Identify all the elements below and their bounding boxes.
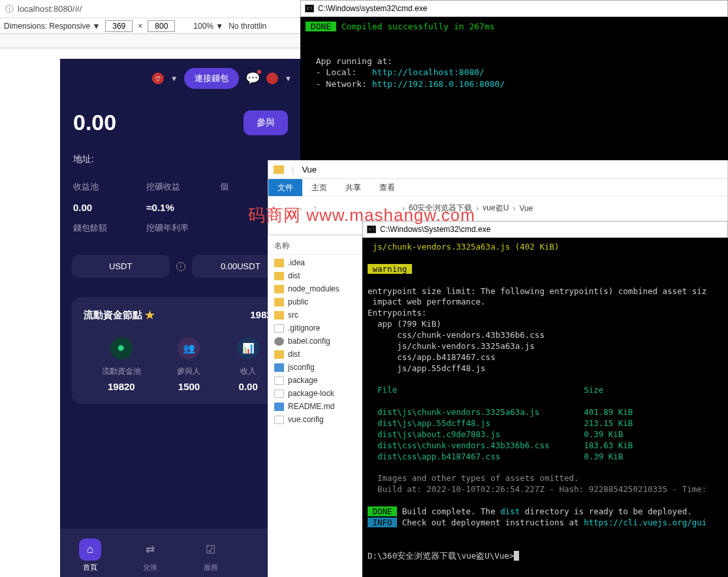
file-icon — [274, 389, 284, 398]
home-icon: ⌂ — [79, 538, 101, 561]
chat-icon[interactable]: 💬 — [245, 71, 260, 86]
cmd-icon: c:\ — [367, 225, 376, 233]
forward-icon[interactable]: → — [292, 203, 306, 214]
join-button[interactable]: 參與 — [244, 110, 288, 135]
file-icon — [274, 324, 284, 333]
folder-icon — [274, 311, 284, 320]
file-item[interactable]: vue.config — [268, 413, 362, 426]
name-column-header[interactable]: 名称 — [268, 238, 362, 255]
height-input[interactable] — [148, 20, 175, 32]
tab-home[interactable]: 主页 — [302, 179, 336, 196]
file-tree: 名称 .ideadistnode_modulespublicsrc.gitign… — [268, 235, 362, 577]
explorer-title-bar[interactable]: | Vue — [268, 161, 727, 179]
zoom-dropdown[interactable]: 100% ▼ — [193, 22, 223, 31]
breadcrumb[interactable]: ← → ↑ › 60安全浏览器下载› vue盗U› Vue — [268, 196, 727, 220]
file-item[interactable]: README.md — [268, 400, 362, 413]
tron-icon[interactable]: ▽ — [152, 73, 164, 84]
mobile-preview: ▽ ▼ 連接錢包 💬 ▼ 0.00 參與 地址: 收益池0.00 挖礦收益≈0.… — [60, 59, 301, 577]
file-item[interactable]: package — [268, 374, 362, 387]
blue-icon — [274, 403, 284, 411]
throttle-dropdown[interactable]: No throttlin — [229, 22, 266, 31]
file-icon — [274, 416, 284, 424]
file-item[interactable]: .idea — [268, 256, 362, 269]
ruler — [0, 34, 300, 48]
file-item[interactable]: src — [268, 308, 362, 321]
apr-label: 挖礦年利率 — [146, 222, 214, 234]
tab-share[interactable]: 共享 — [336, 179, 370, 196]
bottom-nav: ⌂首頁 ⇄兌換 ☑服務 — [60, 529, 301, 577]
chevron-down-icon[interactable]: ▼ — [285, 74, 292, 82]
up-icon[interactable]: ↑ — [310, 203, 320, 214]
terminal-title-bar[interactable]: c:\C:\Windows\System32\cmd.exe — [362, 221, 728, 238]
folder-icon — [274, 298, 284, 306]
pool-value: 0.00 — [73, 202, 141, 213]
nav-swap[interactable]: ⇄兌換 — [139, 538, 161, 572]
folder-icon — [274, 259, 284, 267]
address-label: 地址: — [60, 148, 301, 171]
ribbon-tabs: 文件 主页 共享 查看 — [268, 179, 727, 196]
file-item[interactable]: babel.config — [268, 335, 362, 348]
dimensions-dropdown[interactable]: Dimensions: Responsive ▼ — [4, 22, 100, 31]
folder-icon — [274, 272, 284, 280]
back-icon[interactable]: ← — [274, 203, 288, 214]
wallet-balance-label: 錢包餘額 — [73, 222, 141, 234]
mining-label: 挖礦收益 — [146, 181, 214, 193]
star-icon: ★ — [145, 309, 155, 320]
tab-view[interactable]: 查看 — [370, 179, 404, 196]
tab-file[interactable]: 文件 — [268, 179, 302, 196]
chevron-down-icon[interactable]: ▼ — [170, 74, 178, 82]
terminal-top: c:\C:\Windows\system32\cmd.exe DONE Comp… — [300, 0, 728, 160]
file-icon — [274, 376, 284, 385]
file-item[interactable]: node_modules — [268, 282, 362, 295]
pool-label: 收益池 — [73, 181, 141, 193]
chart-icon: 📊 — [237, 337, 259, 359]
balance-value: 0.00 — [73, 110, 116, 135]
folder-icon — [274, 350, 284, 359]
folder-icon — [274, 165, 284, 174]
blue-icon — [274, 363, 284, 372]
file-item[interactable]: .gitignore — [268, 321, 362, 335]
service-icon: ☑ — [200, 538, 222, 561]
devtools-bar: Dimensions: Responsive ▼ × 100% ▼ No thr… — [0, 18, 300, 34]
nav-home[interactable]: ⌂首頁 — [79, 538, 101, 572]
app-header: ▽ ▼ 連接錢包 💬 ▼ — [60, 59, 301, 98]
cmd-icon: c:\ — [305, 5, 314, 12]
swap-icon: ⇄ — [139, 538, 161, 561]
file-item[interactable]: public — [268, 295, 362, 308]
connect-wallet-button[interactable]: 連接錢包 — [184, 68, 239, 89]
usdt-pill[interactable]: USDT — [72, 255, 170, 278]
file-item[interactable]: dist — [268, 269, 362, 282]
gear-icon: ✹ — [110, 337, 133, 359]
file-item[interactable]: jsconfig — [268, 361, 362, 374]
width-input[interactable] — [105, 20, 133, 32]
file-item[interactable]: package-lock — [268, 387, 362, 400]
terminal-title-bar[interactable]: c:\C:\Windows\system32\cmd.exe — [300, 0, 728, 17]
users-icon: 👥 — [178, 337, 200, 359]
language-flag-icon[interactable] — [266, 73, 278, 84]
nav-service[interactable]: ☑服務 — [200, 538, 222, 572]
info-icon[interactable]: i — [176, 262, 185, 271]
url-text[interactable]: localhost:8080/#/ — [18, 4, 82, 14]
terminal-bottom: c:\C:\Windows\System32\cmd.exe js/chunk-… — [362, 221, 728, 577]
gear-icon — [274, 337, 284, 346]
terminal-output[interactable]: DONE Compiled successfully in 267ms App … — [300, 17, 728, 93]
folder-icon — [274, 285, 284, 293]
terminal-output[interactable]: js/chunk-vendors.3325a63a.js (402 KiB) w… — [362, 238, 728, 565]
card-title: 流動資金節點 — [84, 309, 142, 320]
mining-value: ≈0.1% — [146, 202, 214, 213]
file-item[interactable]: dist — [268, 348, 362, 361]
liquidity-card: 流動資金節點 ★ 19820 ✹流動資金池19820 👥參與人1500 📊收入0… — [72, 297, 289, 404]
